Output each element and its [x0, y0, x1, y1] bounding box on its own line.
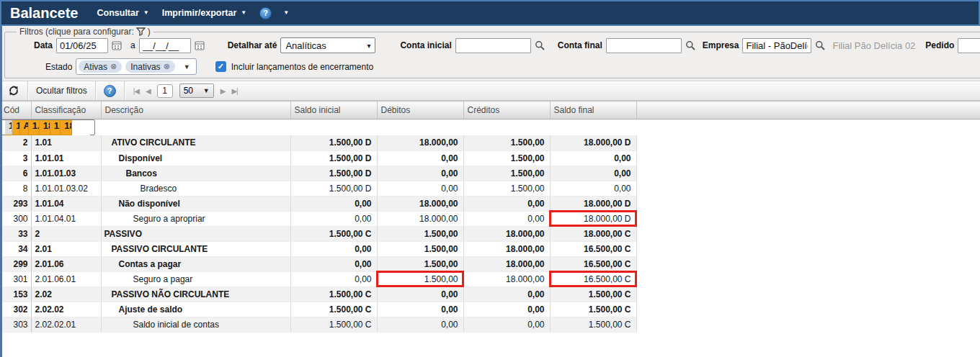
- help-icon[interactable]: ?: [259, 7, 272, 19]
- pedido-input[interactable]: [958, 38, 980, 53]
- cell-saldo_inicial[interactable]: 1.500,00 D: [290, 181, 377, 196]
- more-options-chevron-icon[interactable]: ▼: [283, 10, 289, 16]
- cell-debitos[interactable]: 0,00: [377, 286, 463, 302]
- calendar-icon[interactable]: [112, 40, 122, 50]
- refresh-button[interactable]: [0, 81, 27, 100]
- cell-cod[interactable]: 301: [0, 271, 31, 286]
- cell-saldo_final[interactable]: 16.500,00 C: [550, 241, 636, 256]
- table-row[interactable]: 81.01.01.03.02Bradesco1.500,00 D0,001.50…: [0, 181, 980, 196]
- cell-saldo_inicial[interactable]: 1.500,00 C: [290, 286, 377, 302]
- next-page-icon[interactable]: ▶: [220, 87, 226, 95]
- cell-creditos[interactable]: 1.500,00: [463, 181, 550, 196]
- cell-saldo_final[interactable]: 18.000,00 D: [550, 196, 636, 211]
- cell-creditos[interactable]: 18.000,00: [463, 226, 550, 241]
- cell-creditos[interactable]: 1.500,00: [463, 166, 550, 181]
- cell-saldo_final[interactable]: 1.500,00 C: [550, 302, 636, 317]
- cell-descricao[interactable]: Não disponível: [101, 196, 290, 211]
- cell-saldo_final[interactable]: 18.000,00 D: [550, 211, 636, 226]
- cell-classificacao[interactable]: 1.01: [31, 135, 101, 150]
- cell-cod[interactable]: 303: [0, 317, 31, 332]
- cell-creditos[interactable]: 18.000,00: [463, 241, 550, 256]
- cell-saldo_inicial[interactable]: 1.500,00 C: [290, 317, 377, 332]
- table-row[interactable]: 342.01PASSIVO CIRCULANTE0,001.500,0018.0…: [0, 241, 980, 256]
- conta-final-input[interactable]: [606, 38, 682, 53]
- cell-classificacao[interactable]: 1.01.01: [31, 150, 101, 166]
- table-row[interactable]: 11ATIVO1.500,00 D18.000,001.500,0018.000…: [0, 119, 95, 135]
- cell-cod[interactable]: 2: [0, 135, 31, 150]
- calendar-icon[interactable]: [195, 40, 205, 50]
- cell-debitos[interactable]: 0,00: [377, 150, 463, 166]
- cell-classificacao[interactable]: 2.02.02.01: [31, 317, 101, 332]
- menu-imprimir-exportar[interactable]: Imprimir/exportar ▼: [162, 8, 246, 18]
- table-row[interactable]: 332PASSIVO1.500,00 C1.500,0018.000,0018.…: [0, 226, 980, 241]
- cell-saldo_final[interactable]: 1.500,00 C: [550, 317, 636, 332]
- cell-classificacao[interactable]: 2.01.06: [31, 256, 101, 271]
- cell-saldo_inicial[interactable]: 1.500,00 C: [290, 226, 377, 241]
- cell-descricao[interactable]: Seguro a pagar: [101, 271, 290, 286]
- cell-descricao[interactable]: Bancos: [101, 166, 290, 181]
- first-page-icon[interactable]: |◀: [133, 87, 139, 95]
- incluir-encerramento-checkbox[interactable]: ✓: [215, 61, 226, 72]
- search-icon[interactable]: [685, 40, 695, 50]
- cell-classificacao[interactable]: 1.01.01.03.02: [31, 181, 101, 196]
- table-row[interactable]: 1532.02PASSIVO NÃO CIRCULANTE1.500,00 C0…: [0, 286, 980, 302]
- cell-creditos[interactable]: 1.500,00: [463, 135, 550, 150]
- cell-cod[interactable]: 3: [0, 150, 31, 166]
- search-icon[interactable]: [535, 40, 545, 50]
- cell-saldo_inicial[interactable]: 0,00: [290, 241, 377, 256]
- cell-creditos[interactable]: 0,00: [463, 286, 550, 302]
- cell-saldo_inicial[interactable]: 1.500,00 D: [290, 135, 377, 150]
- cell-saldo_inicial[interactable]: 0,00: [290, 256, 377, 271]
- conta-inicial-input[interactable]: [455, 38, 531, 53]
- cell-classificacao[interactable]: 1.01.04.01: [31, 211, 101, 226]
- cell-descricao[interactable]: Disponível: [101, 150, 290, 166]
- cell-descricao[interactable]: Saldo inicial de contas: [101, 317, 290, 332]
- table-row[interactable]: 21.01ATIVO CIRCULANTE1.500,00 D18.000,00…: [0, 135, 980, 150]
- cell-debitos[interactable]: 0,00: [377, 181, 463, 196]
- cell-debitos[interactable]: 0,00: [377, 317, 463, 332]
- filters-legend[interactable]: Filtros (clique para configurar: ): [17, 27, 153, 37]
- cell-saldo_final[interactable]: 18.000,00 D: [61, 120, 71, 135]
- remove-tag-icon[interactable]: ⊗: [164, 63, 170, 71]
- cell-saldo_inicial[interactable]: 1.500,00 D: [290, 166, 377, 181]
- cell-creditos[interactable]: 0,00: [463, 211, 550, 226]
- cell-saldo_inicial[interactable]: 1.500,00 C: [290, 302, 377, 317]
- column-header-debitos[interactable]: Débitos: [377, 101, 463, 119]
- cell-creditos[interactable]: 0,00: [463, 196, 550, 211]
- cell-classificacao[interactable]: 2.01.06.01: [31, 271, 101, 286]
- cell-debitos[interactable]: 0,00: [377, 166, 463, 181]
- estado-tag-inativas[interactable]: Inativas ⊗: [125, 60, 175, 73]
- column-header-descricao[interactable]: Descrição: [101, 101, 290, 119]
- search-icon[interactable]: [815, 40, 825, 50]
- cell-cod[interactable]: 293: [0, 196, 31, 211]
- table-row[interactable]: 3032.02.02.01Saldo inicial de contas1.50…: [0, 317, 980, 332]
- toolbar-help-button[interactable]: ?: [96, 81, 124, 100]
- cell-classificacao[interactable]: 1.01.01.03: [31, 166, 101, 181]
- cell-cod[interactable]: 302: [0, 302, 31, 317]
- column-header-classificacao[interactable]: Classificação: [31, 101, 101, 119]
- table-row[interactable]: 2992.01.06Contas a pagar0,001.500,0018.0…: [0, 256, 980, 271]
- cell-saldo_inicial[interactable]: 1.500,00 D: [290, 150, 377, 166]
- cell-descricao[interactable]: Bradesco: [101, 181, 290, 196]
- cell-classificacao[interactable]: 2.01: [31, 241, 101, 256]
- detalhar-ate-select[interactable]: Analíticas ▾: [280, 37, 375, 53]
- cell-cod[interactable]: 300: [0, 211, 31, 226]
- cell-saldo_inicial[interactable]: 1.500,00 D: [29, 120, 40, 135]
- table-row[interactable]: 31.01.01Disponível1.500,00 D0,001.500,00…: [0, 150, 980, 166]
- data-final-input[interactable]: [139, 38, 191, 53]
- cell-cod[interactable]: 1: [5, 120, 12, 135]
- page-size-select[interactable]: 50 ▼: [179, 83, 214, 98]
- table-row[interactable]: 2931.01.04Não disponível0,0018.000,000,0…: [0, 196, 980, 211]
- cell-saldo_inicial[interactable]: 0,00: [290, 196, 377, 211]
- table-row[interactable]: 3012.01.06.01Seguro a pagar0,001.500,001…: [0, 271, 980, 286]
- cell-descricao[interactable]: PASSIVO CIRCULANTE: [101, 241, 290, 256]
- previous-page-icon[interactable]: ◀: [146, 87, 151, 95]
- cell-saldo_final[interactable]: 16.500,00 C: [550, 271, 636, 286]
- cell-creditos[interactable]: 0,00: [463, 302, 550, 317]
- cell-creditos[interactable]: 1.500,00: [50, 120, 61, 135]
- cell-classificacao[interactable]: 1: [12, 120, 20, 135]
- cell-creditos[interactable]: 0,00: [463, 317, 550, 332]
- cell-descricao[interactable]: ATIVO CIRCULANTE: [101, 135, 290, 150]
- table-row[interactable]: 3022.02.02Ajuste de saldo1.500,00 C0,000…: [0, 302, 980, 317]
- chevron-down-icon[interactable]: ▼: [184, 63, 190, 71]
